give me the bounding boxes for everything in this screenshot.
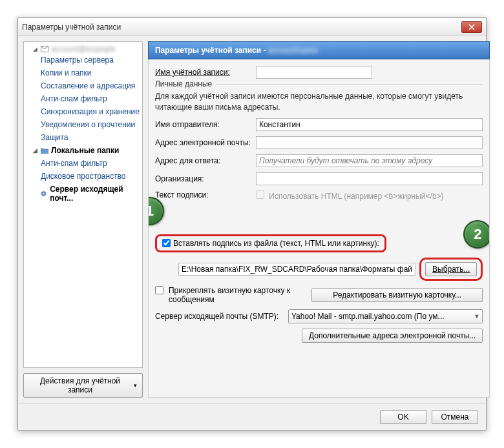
account-tree: ◢ account@example Параметры сервера Копи… xyxy=(23,41,143,368)
chevron-down-icon: ▾ xyxy=(134,382,137,389)
signature-file-path: E:\Новая папка\FIX_RW_SDCARD\Рабочая пап… xyxy=(178,263,415,276)
account-actions-button[interactable]: Действия для учётной записи ▾ xyxy=(23,373,143,398)
collapse-icon: ◢ xyxy=(33,147,38,154)
attach-vcard-label: Прикреплять визитную карточку к сообщени… xyxy=(169,286,308,304)
use-html-option[interactable]: Использовать HTML (например <b>жирный</b… xyxy=(256,192,444,201)
sender-name-input[interactable] xyxy=(256,118,483,131)
chevron-down-icon: ▼ xyxy=(474,313,479,320)
use-html-checkbox[interactable] xyxy=(256,190,264,199)
attach-vcard-option[interactable]: Прикреплять визитную карточку к сообщени… xyxy=(155,286,308,304)
main-panel: Параметры учётной записи - accountname И… xyxy=(148,41,490,398)
close-button[interactable] xyxy=(461,21,482,33)
panel-account-blurred: accountname xyxy=(268,46,318,55)
local-folders-label: Локальные папки xyxy=(51,146,120,155)
smtp-server-label: Сервер исходящей почты (SMTP): xyxy=(155,312,284,321)
dialog-buttons: OK Отмена xyxy=(18,403,486,430)
panel-header: Параметры учётной записи - accountname xyxy=(148,41,490,59)
account-name-input[interactable] xyxy=(256,66,372,79)
account-settings-dialog: Параметры учётной записи ◢ account@examp… xyxy=(17,17,487,431)
attach-from-file-highlight: Вставлять подпись из файла (текст, HTML … xyxy=(155,234,386,252)
attach-from-file-checkbox[interactable] xyxy=(162,239,171,247)
svg-point-2 xyxy=(43,193,45,195)
cancel-button[interactable]: Отмена xyxy=(432,410,478,424)
sender-name-label: Имя отправителя: xyxy=(155,120,252,129)
smtp-server-value: Yahoo! Mail - smtp.mail.yahoo.com (По ум… xyxy=(291,312,445,321)
org-label: Организация: xyxy=(155,174,252,183)
window-title: Параметры учётной записи xyxy=(22,23,461,32)
signature-label: Текст подписи: xyxy=(155,190,252,199)
tree-item-copies[interactable]: Копии и папки xyxy=(24,66,142,79)
reply-label: Адрес для ответа: xyxy=(155,156,252,165)
reply-input[interactable] xyxy=(256,154,483,167)
edit-vcard-button[interactable]: Редактировать визитную карточку... xyxy=(311,288,483,302)
collapse-icon: ◢ xyxy=(33,46,38,52)
tree-item-local-antispam[interactable]: Анти-спам фильтр xyxy=(24,157,142,170)
tree-account-root[interactable]: ◢ account@example xyxy=(24,45,142,54)
attach-vcard-checkbox[interactable] xyxy=(155,286,163,294)
tree-local-folders[interactable]: ◢ Локальные папки xyxy=(24,144,142,157)
tree-outgoing-smtp[interactable]: Сервер исходящей почт... xyxy=(24,183,142,205)
tree-item-receipts[interactable]: Уведомления о прочтении xyxy=(24,118,142,131)
tree-item-server-params[interactable]: Параметры сервера xyxy=(24,54,142,66)
tree-item-compose[interactable]: Составление и адресация xyxy=(24,79,142,92)
titlebar[interactable]: Параметры учётной записи xyxy=(18,18,486,36)
account-email-blurred: account@example xyxy=(51,45,116,54)
attach-from-file-label: Вставлять подпись из файла (текст, HTML … xyxy=(173,239,379,248)
outgoing-smtp-label: Сервер исходящей почт... xyxy=(50,185,140,203)
server-icon xyxy=(40,190,47,198)
choose-button-highlight: Выбрать... xyxy=(419,258,483,281)
annotation-badge-2: 2 xyxy=(463,220,490,249)
additional-addresses-button[interactable]: Дополнительные адреса электронной почты.… xyxy=(302,329,483,343)
email-label: Адрес электронной почты: xyxy=(155,138,252,147)
personal-help-text: Для каждой учётной записи имеются персон… xyxy=(155,91,483,113)
account-name-label: Имя учётной записи: xyxy=(155,68,252,77)
tree-item-antispam[interactable]: Анти-спам фильтр xyxy=(24,92,142,105)
choose-file-button[interactable]: Выбрать... xyxy=(425,262,477,276)
panel-title: Параметры учётной записи - xyxy=(155,46,268,55)
smtp-server-select[interactable]: Yahoo! Mail - smtp.mail.yahoo.com (По ум… xyxy=(288,309,483,323)
close-icon xyxy=(468,24,475,30)
folder-icon xyxy=(41,147,48,154)
sidebar: ◢ account@example Параметры сервера Копи… xyxy=(23,41,143,398)
tree-item-sync[interactable]: Синхронизация и хранение xyxy=(24,105,142,118)
ok-button[interactable]: OK xyxy=(380,410,426,424)
form-area: Имя учётной записи: Личные данные Для ка… xyxy=(148,59,490,398)
org-input[interactable] xyxy=(256,172,483,185)
email-input[interactable] xyxy=(256,136,483,149)
tree-item-security[interactable]: Защита xyxy=(24,131,142,144)
tree-item-local-disk[interactable]: Дисковое пространство xyxy=(24,170,142,183)
use-html-label: Использовать HTML (например <b>жирный</b… xyxy=(269,192,443,201)
mail-icon xyxy=(41,46,48,52)
personal-data-legend: Личные данные xyxy=(155,79,216,88)
account-actions-label: Действия для учётной записи xyxy=(29,376,131,394)
